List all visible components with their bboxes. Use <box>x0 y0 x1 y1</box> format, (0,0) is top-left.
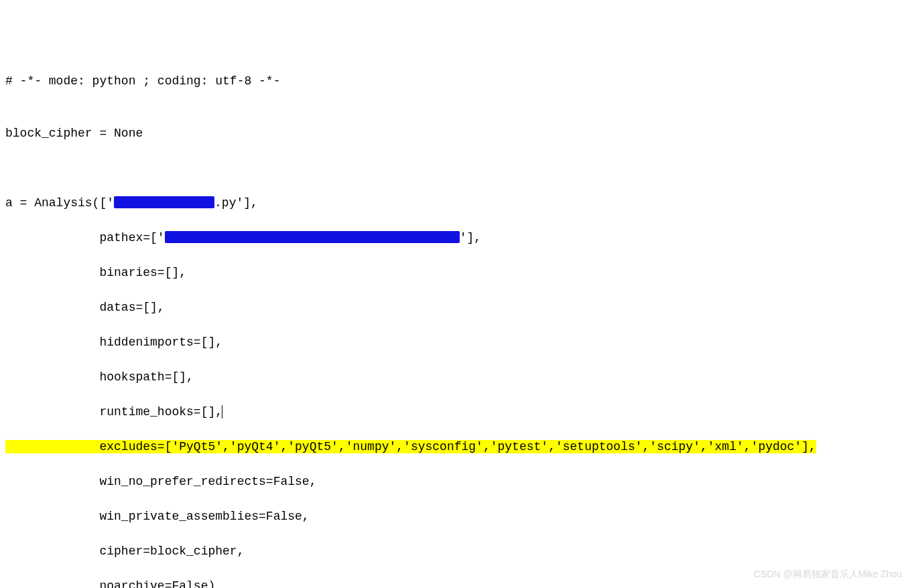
text-cursor <box>222 405 222 419</box>
code-line: win_private_assemblies=False, <box>5 508 905 525</box>
code-line-excludes-highlighted: excludes=['PyQt5','pyQt4','pyQt5','numpy… <box>5 438 905 455</box>
code-line-analysis: a = Analysis(['.py'], <box>5 194 905 212</box>
code-line: win_no_prefer_redirects=False, <box>5 473 905 490</box>
code-line-cursor: runtime_hooks=[], <box>5 403 905 421</box>
code-text: '], <box>460 231 481 244</box>
code-text: runtime_hooks=[], <box>5 405 222 419</box>
code-text: a = Analysis([' <box>5 196 114 210</box>
watermark-text: CSDN @网易独家音乐人Mike Zhou <box>754 565 902 583</box>
code-line: block_cipher = None <box>5 125 905 142</box>
code-text: pathex=[' <box>5 231 165 244</box>
code-line-pathex: pathex=[''], <box>5 229 905 246</box>
code-line: datas=[], <box>5 299 905 316</box>
code-line: cipher=block_cipher, <box>5 542 905 560</box>
code-line: binaries=[], <box>5 264 905 281</box>
code-text: .py'], <box>214 196 258 210</box>
highlighted-text: excludes=['PyQt5','pyQt4','pyQt5','numpy… <box>5 440 816 453</box>
code-line: # -*- mode: python ; coding: utf-8 -*- <box>5 72 905 90</box>
redacted-filename <box>114 196 214 208</box>
code-line: hookspath=[], <box>5 368 905 386</box>
redacted-path <box>165 231 460 243</box>
code-line: hiddenimports=[], <box>5 334 905 351</box>
